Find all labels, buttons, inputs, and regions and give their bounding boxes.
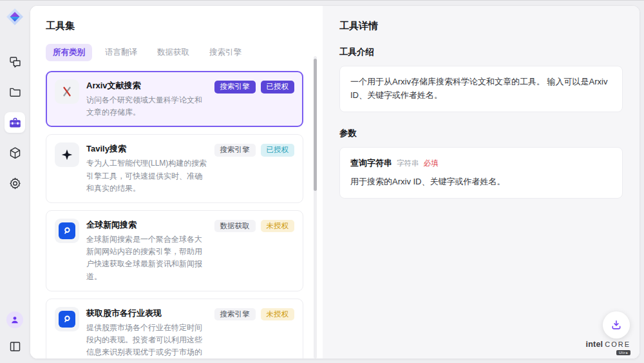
list-scrollbar-thumb[interactable] <box>314 59 317 191</box>
tool-list-item[interactable]: Tavily搜索 专为人工智能代理(LLM)构建的搜索引擎工具，可快速提供实时、… <box>46 134 303 203</box>
sparkle-icon <box>60 148 74 162</box>
params-heading: 参数 <box>339 128 623 139</box>
tab[interactable]: 语言翻译 <box>98 44 144 61</box>
news-search-icon <box>59 222 75 239</box>
gear-icon <box>8 177 22 190</box>
tab[interactable]: 数据获取 <box>150 44 196 61</box>
panel-layout-icon <box>8 340 22 353</box>
tool-info: 获取股市各行业表现 提供股票市场各个行业在特定时间段内的表现。投资者可以利用这些… <box>86 307 207 358</box>
arxiv-icon <box>60 84 74 99</box>
tab[interactable]: 所有类别 <box>46 44 92 61</box>
tool-detail-pane: 工具详情 工具介绍 一个用于从Arxiv存储库搜索科学论文和文章的工具。 输入可… <box>323 6 639 358</box>
sidebar-item-settings[interactable] <box>5 173 25 193</box>
tool-category-badge: 搜索引擎 <box>214 308 256 321</box>
chat-icon <box>8 55 22 69</box>
ultra-badge: Ultra <box>616 350 630 355</box>
download-icon <box>610 319 623 331</box>
download-button[interactable] <box>603 311 630 338</box>
cube-icon <box>8 146 22 160</box>
tool-list-title: 工具集 <box>46 20 303 32</box>
tool-info: Arxiv文献搜索 访问各个研究领域大量科学论文和文章的存储库。 <box>86 79 207 119</box>
toolbox-icon <box>8 116 22 130</box>
intro-heading: 工具介绍 <box>339 46 623 58</box>
tool-description: 全球新闻搜索是一个聚合全球各大新闻网站内容的搜索引擎，帮助用户快速获取全球最新资… <box>86 233 207 283</box>
main-panel: 工具集 所有类别语言翻译数据获取搜索引擎 Arxiv文献搜索 访问各个研究领域大… <box>30 5 640 359</box>
tab[interactable]: 搜索引擎 <box>202 44 249 61</box>
tool-badges: 搜索引擎 已授权 <box>214 142 295 157</box>
param-required-badge: 必填 <box>424 157 439 169</box>
tool-description: 专为人工智能代理(LLM)构建的搜索引擎工具，可快速提供实时、准确和真实的结果。 <box>86 157 207 195</box>
sidebar-item-tools[interactable] <box>5 112 25 133</box>
tool-name: 获取股市各行业表现 <box>86 308 207 319</box>
sidebar-item-chat[interactable] <box>5 52 25 72</box>
tool-list-item[interactable]: 获取股市各行业表现 提供股票市场各个行业在特定时间段内的表现。投资者可以利用这些… <box>46 299 303 358</box>
sidebar-item-models[interactable] <box>5 142 25 163</box>
tool-category-badge: 数据获取 <box>214 220 256 233</box>
sidebar-item-files[interactable] <box>5 82 25 103</box>
left-sidebar <box>0 0 30 363</box>
tool-auth-badge: 已授权 <box>261 144 295 157</box>
tool-name: Tavily搜索 <box>86 143 207 155</box>
tool-info: Tavily搜索 专为人工智能代理(LLM)构建的搜索引擎工具，可快速提供实时、… <box>86 142 207 195</box>
tool-badges: 搜索引擎 已授权 <box>214 79 295 93</box>
app-logo <box>6 8 24 26</box>
tool-icon <box>55 142 79 167</box>
tool-category-badge: 搜索引擎 <box>214 81 256 93</box>
user-avatar[interactable] <box>6 311 23 328</box>
tool-description: 访问各个研究领域大量科学论文和文章的存储库。 <box>86 94 207 119</box>
folder-icon <box>8 86 22 99</box>
tool-list: Arxiv文献搜索 访问各个研究领域大量科学论文和文章的存储库。 搜索引擎 已授… <box>46 71 303 358</box>
core-wordmark: core <box>605 340 630 348</box>
tool-icon <box>55 219 79 243</box>
param-card: 查询字符串 字符串 必填 用于搜索的Arxiv ID、关键字或作者姓名。 <box>339 147 623 199</box>
tool-description: 提供股票市场各个行业在特定时间段内的表现。投资者可以利用这些信息来识别表现优于或… <box>86 322 207 358</box>
category-tabs: 所有类别语言翻译数据获取搜索引擎 <box>46 44 303 61</box>
tool-badges: 数据获取 未授权 <box>214 219 295 233</box>
person-icon <box>10 315 20 325</box>
tool-icon <box>55 307 79 331</box>
tool-auth-badge: 未授权 <box>261 308 295 321</box>
param-name: 查询字符串 <box>350 157 392 170</box>
detail-title: 工具详情 <box>339 20 623 32</box>
tool-icon <box>55 79 79 104</box>
news-search-icon <box>59 311 75 328</box>
intel-wordmark: intel <box>586 340 603 349</box>
param-type: 字符串 <box>397 157 419 169</box>
tool-badges: 搜索引擎 未授权 <box>214 307 295 321</box>
tool-name: 全球新闻搜索 <box>86 219 207 231</box>
tool-category-badge: 搜索引擎 <box>214 144 256 157</box>
tool-list-pane: 工具集 所有类别语言翻译数据获取搜索引擎 Arxiv文献搜索 访问各个研究领域大… <box>30 6 323 358</box>
intel-core-logo: intel core Ultra <box>586 340 630 355</box>
collapse-panel-button[interactable] <box>5 336 25 357</box>
param-description: 用于搜索的Arxiv ID、关键字或作者姓名。 <box>350 175 612 189</box>
intro-card: 一个用于从Arxiv存储库搜索科学论文和文章的工具。 输入可以是Arxiv ID… <box>339 66 623 112</box>
tool-list-item[interactable]: Arxiv文献搜索 访问各个研究领域大量科学论文和文章的存储库。 搜索引擎 已授… <box>46 71 303 127</box>
tool-name: Arxiv文献搜索 <box>86 80 207 92</box>
tool-info: 全球新闻搜索 全球新闻搜索是一个聚合全球各大新闻网站内容的搜索引擎，帮助用户快速… <box>86 219 207 283</box>
tool-auth-badge: 未授权 <box>261 220 295 233</box>
tool-list-item[interactable]: 全球新闻搜索 全球新闻搜索是一个聚合全球各大新闻网站内容的搜索引擎，帮助用户快速… <box>46 210 303 291</box>
list-scrollbar[interactable] <box>314 56 317 358</box>
tool-auth-badge: 已授权 <box>261 81 295 93</box>
